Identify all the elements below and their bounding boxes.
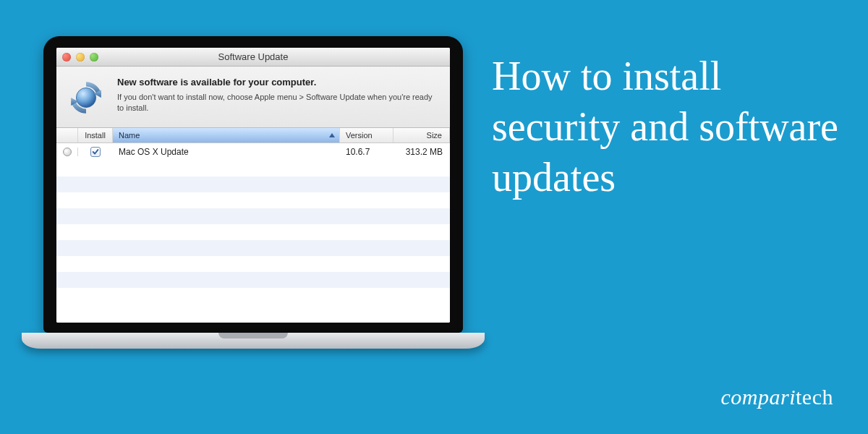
dialog-subtext: If you don't want to install now, choose… <box>117 92 440 114</box>
column-name-label: Name <box>119 131 140 140</box>
dialog-header-text: New software is available for your compu… <box>117 77 440 119</box>
dialog-header: New software is available for your compu… <box>56 67 450 128</box>
column-version[interactable]: Version <box>340 128 393 142</box>
brand-logo: comparitech <box>721 385 833 409</box>
table-row-empty <box>56 161 450 176</box>
table-row-empty <box>56 224 450 240</box>
svg-point-0 <box>76 88 95 107</box>
column-name[interactable]: Name <box>113 128 340 142</box>
page-headline: How to install security and software upd… <box>492 51 839 203</box>
radio-icon[interactable] <box>63 148 72 156</box>
checkmark-icon <box>92 148 99 156</box>
column-size[interactable]: Size <box>393 128 450 142</box>
table-header: Install Name Version Size <box>56 128 450 143</box>
traffic-lights <box>62 53 98 61</box>
install-checkbox[interactable] <box>90 147 101 157</box>
table-row[interactable]: Mac OS X Update 10.6.7 313.2 MB <box>56 143 450 161</box>
minimize-icon[interactable] <box>76 53 85 61</box>
sort-ascending-icon <box>329 133 335 137</box>
row-version: 10.6.7 <box>340 147 393 157</box>
table-row-empty <box>56 208 450 224</box>
row-install-cell[interactable] <box>78 147 113 157</box>
laptop-base <box>22 333 485 349</box>
updates-table: Install Name Version Size <box>56 128 450 323</box>
laptop-frame: Software Update <box>43 36 463 349</box>
row-size: 313.2 MB <box>393 147 450 157</box>
table-row-empty <box>56 240 450 256</box>
window-titlebar[interactable]: Software Update <box>56 48 450 67</box>
row-name: Mac OS X Update <box>113 147 340 157</box>
table-row-empty <box>56 272 450 288</box>
software-update-icon <box>65 77 107 119</box>
column-select[interactable] <box>56 128 78 142</box>
table-row-empty <box>56 176 450 192</box>
column-install[interactable]: Install <box>78 128 113 142</box>
dialog-heading: New software is available for your compu… <box>117 77 440 88</box>
table-body: Mac OS X Update 10.6.7 313.2 MB <box>56 143 450 288</box>
zoom-icon[interactable] <box>90 53 98 61</box>
row-radio-cell[interactable] <box>56 148 78 156</box>
laptop-lid: Software Update <box>43 36 463 333</box>
window-title: Software Update <box>56 51 450 62</box>
brand-part-1: compari <box>721 385 796 409</box>
table-row-empty <box>56 256 450 272</box>
table-row-empty <box>56 192 450 208</box>
brand-part-2: tech <box>796 385 833 409</box>
screen: Software Update <box>56 48 450 323</box>
close-icon[interactable] <box>62 53 71 61</box>
